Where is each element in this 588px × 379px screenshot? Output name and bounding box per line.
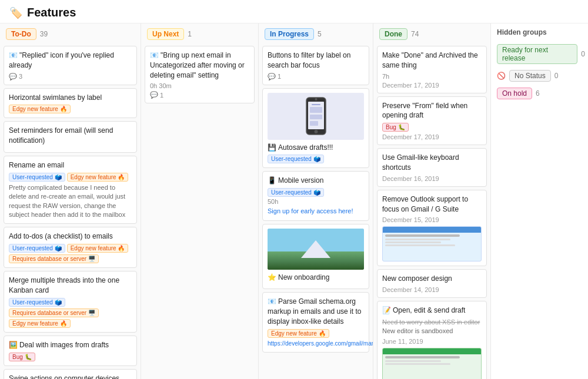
card-date: December 17, 2019 (382, 133, 482, 140)
card-preserve-from[interactable]: Preserve "From" field when opening draft… (377, 96, 487, 146)
page-header: 🏷️ Features (0, 0, 588, 24)
nostatus-label: No Status (509, 70, 551, 82)
tag-edgy: Edgy new feature 🔥 (268, 329, 329, 338)
onhold-label: On hold (497, 88, 532, 99)
card-tags: Bug 🐛 (382, 123, 482, 132)
card-tags: Edgy new feature 🔥 (268, 329, 364, 338)
card-time: 7h (382, 73, 482, 80)
card-done-archived[interactable]: Make "Done" and Archived the same thing … (377, 46, 487, 93)
todo-cards[interactable]: 📧"Replied" icon if you've replied alread… (0, 43, 141, 379)
card-remove-outlook[interactable]: Remove Outlook support to focus on Gmail… (377, 190, 487, 267)
svg-point-2 (315, 98, 317, 100)
comment-row: 💬1 (150, 91, 249, 99)
column-hidden-groups: Hidden groups Ready for next release 0 🚫… (491, 24, 588, 379)
card-title: Use Gmail-like keyboard shortcuts (382, 153, 482, 173)
todo-count: 39 (40, 30, 48, 38)
inprogress-cards[interactable]: Buttons to filter by label on search bar… (259, 43, 373, 379)
svg-point-3 (314, 130, 318, 133)
tag-user: User-requested 🗳️ (9, 173, 65, 182)
card-title: Preserve "From" field when opening draft (382, 101, 482, 121)
card-title: 📝Open, edit & send draft (382, 306, 482, 316)
card-title: Buttons to filter by label on search bar… (268, 51, 364, 71)
card-time: 50h (268, 198, 364, 205)
tag-user: User-requested 🗳️ (268, 188, 324, 197)
card-title: 📧"Bring up next email in Uncategorized a… (150, 51, 249, 80)
card-title: Set reminders for email (will send notif… (9, 126, 132, 146)
svg-rect-6 (310, 115, 322, 119)
column-inprogress: In Progress 5 Buttons to filter by label… (259, 24, 373, 379)
inprogress-label: In Progress (265, 28, 314, 40)
column-upnext: Up Next 1 📧"Bring up next email in Uncat… (141, 24, 259, 379)
card-title: Add to-dos (a checklist) to emails (9, 232, 132, 242)
card-open-edit-draft[interactable]: 📝Open, edit & send draft Need to worry a… (377, 301, 487, 379)
card-date: December 17, 2019 (382, 82, 482, 89)
card-mobile-version[interactable]: 📱Mobile version User-requested 🗳️ 50h Si… (262, 171, 369, 220)
hidden-group-onhold[interactable]: On hold 6 (491, 85, 588, 102)
card-title: Horizontal swimlanes by label (9, 93, 132, 103)
tag-user: User-requested 🗳️ (9, 244, 65, 253)
card-title: Remove Outlook support to focus on Gmail… (382, 194, 482, 214)
card-filter-buttons[interactable]: Buttons to filter by label on search bar… (262, 46, 369, 85)
card-add-todos[interactable]: Add to-dos (a checklist) to emails User-… (4, 227, 137, 268)
tag-edgy: Edgy new feature 🔥 (67, 173, 129, 182)
card-autosave[interactable]: 💾Autosave drafts!!! User-requested 🗳️ (262, 88, 369, 169)
onhold-count: 6 (536, 89, 540, 98)
card-title: 📧"Replied" icon if you've replied alread… (9, 51, 132, 71)
tag-edgy: Edgy new feature 🔥 (67, 244, 129, 253)
card-tags: Edgy new feature 🔥 (9, 105, 132, 113)
tag-user: User-requested 🗳️ (9, 298, 65, 307)
card-tags: User-requested 🗳️ (268, 188, 364, 197)
card-images-drafts[interactable]: 🖼️Deal with images from drafts Bug 🐛 (4, 336, 137, 366)
tag-user: User-requested 🗳️ (268, 155, 324, 163)
card-tags: User-requested 🗳️ Requires database or s… (9, 298, 132, 328)
board-container: To-Do 39 📧"Replied" icon if you've repli… (0, 24, 588, 379)
column-header-inprogress: In Progress 5 (259, 24, 373, 43)
card-time: 0h 30m (150, 82, 249, 89)
tag-db: Requires database or server 🖥️ (9, 308, 99, 317)
card-tags: User-requested 🗳️ (268, 155, 364, 163)
todo-label: To-Do (6, 28, 36, 40)
card-title: 📧Parse Gmail schema.org markup in emails… (268, 297, 364, 326)
card-reminders[interactable]: Set reminders for email (will send notif… (4, 121, 137, 153)
card-title: 💾Autosave drafts!!! (268, 143, 364, 153)
ready-count: 0 (581, 50, 585, 58)
phone-icon (306, 97, 326, 135)
card-bring-up-next[interactable]: 📧"Bring up next email in Uncategorized a… (145, 46, 255, 103)
ready-label: Ready for next release (497, 44, 577, 64)
card-replied-icon[interactable]: 📧"Replied" icon if you've replied alread… (4, 46, 137, 85)
card-screenshot2 (382, 348, 482, 379)
tag-db: Requires database or server 🖥️ (9, 254, 99, 263)
card-title: 📱Mobile version (268, 176, 364, 186)
card-keyboard-shortcuts[interactable]: Use Gmail-like keyboard shortcuts Decemb… (377, 148, 487, 187)
tag-edgy: Edgy new feature 🔥 (9, 319, 71, 328)
column-done: Done 74 Make "Done" and Archived the sam… (373, 24, 491, 379)
card-rename-email[interactable]: Rename an email User-requested 🗳️ Edgy n… (4, 156, 137, 224)
card-note: Sign up for early access here! (268, 207, 364, 216)
svg-rect-4 (312, 104, 320, 105)
column-header-upnext: Up Next 1 (141, 24, 258, 43)
comment-row: 💬3 (9, 73, 132, 81)
nostatus-count: 0 (554, 72, 559, 80)
card-link: https://developers.google.com/gmail/mark… (268, 340, 364, 348)
card-title: Make "Done" and Archived the same thing (382, 51, 482, 71)
card-swipe-actions[interactable]: Swipe actions on computer devices (with … (4, 369, 137, 379)
column-header-todo: To-Do 39 (0, 24, 141, 43)
card-title: Rename an email (9, 160, 132, 170)
card-swimlanes[interactable]: Horizontal swimlanes by label Edgy new f… (4, 88, 137, 119)
hidden-group-ready[interactable]: Ready for next release 0 (491, 41, 588, 67)
hidden-group-nostatus[interactable]: 🚫 No Status 0 (491, 67, 588, 85)
comment-row: 💬1 (268, 73, 364, 81)
tag-edgy: Edgy new feature 🔥 (9, 105, 71, 113)
upnext-cards[interactable]: 📧"Bring up next email in Uncategorized a… (141, 43, 258, 379)
hidden-groups-title: Hidden groups (491, 24, 588, 41)
card-new-composer[interactable]: New composer design December 14, 2019 (377, 269, 487, 298)
card-tags: User-requested 🗳️ Edgy new feature 🔥 (9, 173, 132, 182)
card-phone-image (268, 93, 364, 140)
done-cards[interactable]: Make "Done" and Archived the same thing … (373, 43, 490, 379)
card-new-onboarding[interactable]: ⭐New onboarding (262, 224, 369, 290)
card-merge-threads[interactable]: Merge multiple threads into the one Kanb… (4, 271, 137, 333)
card-parse-gmail[interactable]: 📧Parse Gmail schema.org markup in emails… (262, 292, 369, 352)
card-date: December 14, 2019 (382, 286, 482, 293)
done-label: Done (379, 28, 407, 40)
upnext-count: 1 (188, 30, 192, 38)
